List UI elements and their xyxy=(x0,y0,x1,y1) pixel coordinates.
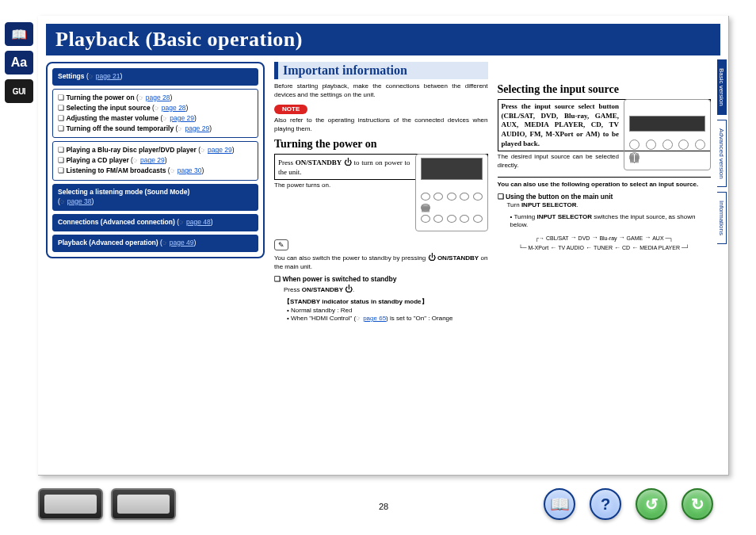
input-sequence: ┌→ CBL/SAT→ DVD→ Blu-ray→ GAME→ AUX ─┐ └… xyxy=(498,233,712,254)
heading-power-on: Turning the power on xyxy=(274,137,488,152)
link[interactable]: page 21 xyxy=(96,72,120,80)
sidebar-toc: Settings (page 21) Turning the power on … xyxy=(46,62,265,258)
page-number: 28 xyxy=(379,502,388,511)
sidebar-group-playback: Playing a Blu-ray Disc player/DVD player… xyxy=(52,141,258,181)
text: Also refer to the operating instructions… xyxy=(274,117,488,134)
note-badge: NOTE xyxy=(274,105,307,115)
thumb-receiver-front[interactable] xyxy=(38,488,103,520)
title-bar: Playback (Basic operation) xyxy=(46,24,720,55)
sidebar-connections[interactable]: Connections (Advanced connection) (page … xyxy=(52,214,258,231)
aa-icon[interactable]: Aa xyxy=(5,51,33,75)
text: Before starting playback, make the conne… xyxy=(274,82,488,100)
tab-info[interactable]: Informations xyxy=(717,192,727,244)
sidebar-group-basic: Turning the power on (page 28) Selecting… xyxy=(52,89,258,139)
label: Settings xyxy=(58,72,85,80)
bottom-bar: 28 📖 ? ↺ ↻ xyxy=(38,486,729,522)
tab-basic[interactable]: Basic version xyxy=(717,59,727,115)
subheading-mainunit: Using the button on the main unit xyxy=(498,193,712,201)
book-icon[interactable]: 📖 xyxy=(5,22,33,46)
sidebar-playback-adv[interactable]: Playback (Advanced operation) (page 49) xyxy=(52,235,258,252)
page-title: Playback (Basic operation) xyxy=(55,28,303,52)
tab-advanced[interactable]: Advanced version xyxy=(717,120,727,188)
sidebar-settings[interactable]: Settings (page 21) xyxy=(52,68,258,86)
subheading-standby: When power is switched to standby xyxy=(274,275,488,284)
col-middle: Important information Before starting pl… xyxy=(274,62,488,467)
vertical-tabs: Basic version Advanced version Informati… xyxy=(717,59,727,244)
nav-book-button[interactable]: 📖 xyxy=(544,488,575,520)
col-right: Selecting the input source Press the inp… xyxy=(498,62,712,467)
text: You can also switch the power to standby… xyxy=(274,252,488,272)
bracket-heading: 【STANDBY indicator status in standby mod… xyxy=(284,298,488,307)
panel-illustration xyxy=(624,99,711,170)
rail: 📖 Aa GUI xyxy=(5,22,33,103)
nav-back-button[interactable]: ↺ xyxy=(636,488,667,520)
tip-icon: ✎ xyxy=(274,239,288,250)
sidebar-soundmode[interactable]: Selecting a listening mode (Sound Mode) … xyxy=(52,184,258,211)
page: Playback (Basic operation) Basic version… xyxy=(38,16,729,476)
heading-important: Important information xyxy=(274,62,488,79)
heading-select-input: Selecting the input source xyxy=(498,82,712,97)
remote-illustration xyxy=(415,154,488,231)
thumb-receiver-rear[interactable] xyxy=(111,488,176,520)
nav-help-button[interactable]: ? xyxy=(590,488,621,520)
gui-icon[interactable]: GUI xyxy=(5,79,33,103)
nav-forward-button[interactable]: ↻ xyxy=(682,488,713,520)
